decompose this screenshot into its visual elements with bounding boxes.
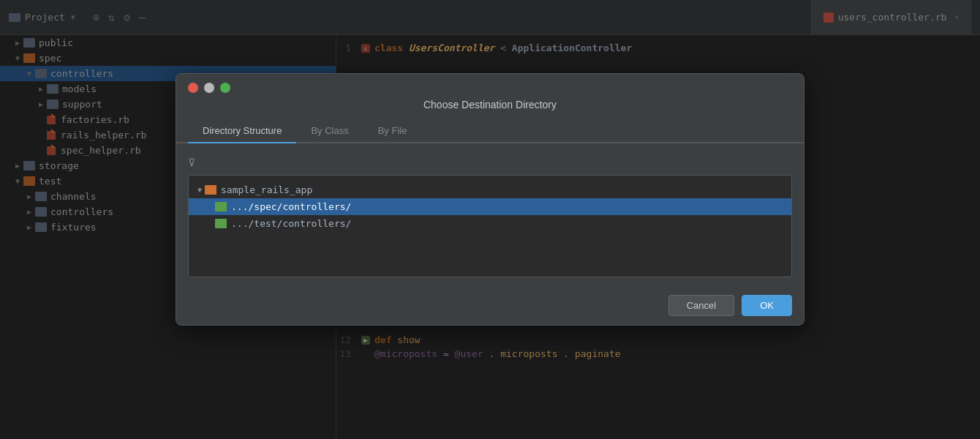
window-minimize-button[interactable] <box>204 83 214 93</box>
window-controls <box>188 83 230 93</box>
tab-byfile-label: By File <box>378 125 407 136</box>
directory-tree: ▼ sample_rails_app .../spec/controllers/… <box>188 175 792 277</box>
filter-row: ⊽ <box>188 152 792 175</box>
window-close-button[interactable] <box>188 83 198 93</box>
dir-folder-icon-spec-controllers <box>215 202 227 211</box>
dir-item-label-test: .../test/controllers/ <box>231 218 351 229</box>
choose-destination-dialog: Choose Destination Directory Directory S… <box>176 73 804 326</box>
dir-folder-icon-test-controllers <box>215 219 227 228</box>
modal-tabs: Directory Structure By Class By File <box>176 119 804 143</box>
dir-root-label: sample_rails_app <box>221 184 312 195</box>
modal-footer: Cancel OK <box>176 286 804 325</box>
tab-by-class[interactable]: By Class <box>296 119 363 143</box>
tab-byclass-label: By Class <box>311 125 348 136</box>
tab-directory-structure[interactable]: Directory Structure <box>188 119 296 143</box>
root-folder-icon <box>205 185 216 195</box>
dir-item-root[interactable]: ▼ sample_rails_app <box>189 181 791 198</box>
modal-title: Choose Destination Directory <box>423 99 557 110</box>
filter-icon[interactable]: ⊽ <box>188 157 195 168</box>
window-maximize-button[interactable] <box>220 83 230 93</box>
dir-item-label-spec: .../spec/controllers/ <box>231 201 351 212</box>
root-arrow-icon: ▼ <box>197 186 202 194</box>
tab-by-file[interactable]: By File <box>363 119 422 143</box>
dir-item-spec-controllers[interactable]: .../spec/controllers/ <box>189 198 791 215</box>
modal-body: ⊽ ▼ sample_rails_app .../spec/controller… <box>176 143 804 286</box>
tab-directory-label: Directory Structure <box>203 125 282 136</box>
ok-button[interactable]: OK <box>742 295 792 316</box>
dir-item-test-controllers[interactable]: .../test/controllers/ <box>189 215 791 232</box>
modal-title-bar: Choose Destination Directory <box>176 74 804 119</box>
modal-overlay: Choose Destination Directory Directory S… <box>0 0 980 439</box>
cancel-button[interactable]: Cancel <box>668 295 734 316</box>
